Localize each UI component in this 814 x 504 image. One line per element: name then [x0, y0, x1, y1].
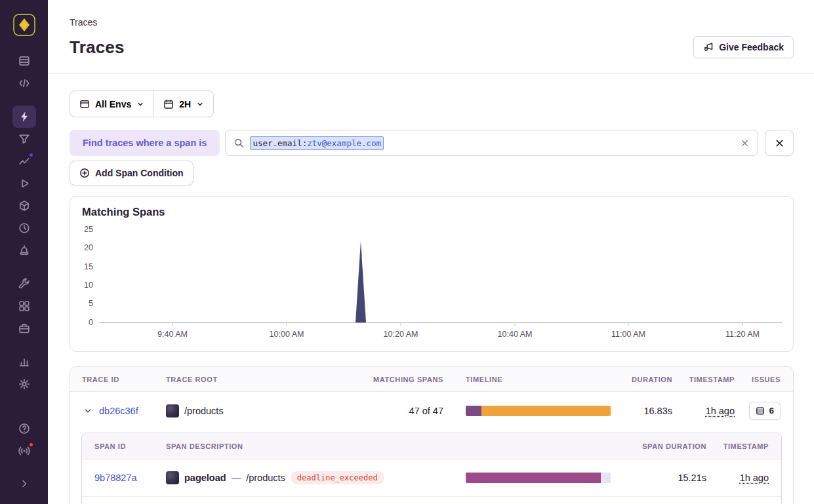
x-axis-tick: 10:40 AM — [494, 330, 536, 339]
x-axis-tick: 11:00 AM — [607, 330, 649, 339]
time-range-filter-button[interactable]: 2H — [153, 90, 214, 117]
trace-root-value: /products — [184, 406, 224, 416]
sidebar-item-replays[interactable] — [12, 172, 36, 195]
window-icon — [79, 99, 90, 109]
span-separator: — — [232, 473, 241, 483]
page-header: Traces Traces Give Feedback — [48, 0, 814, 74]
insights-notification-dot — [28, 152, 34, 158]
search-token[interactable]: user.email:ztv@example.com — [250, 136, 384, 150]
bar-chart-icon — [18, 356, 30, 368]
briefcase-icon — [18, 322, 30, 334]
sidebar-item-alerts[interactable] — [12, 239, 36, 262]
sidebar-item-explore[interactable] — [12, 72, 36, 94]
sidebar-item-help[interactable] — [12, 417, 36, 440]
sidebar-item-traces[interactable] — [12, 106, 36, 128]
sidebar-item-feature-flags[interactable] — [12, 195, 36, 217]
sidebar-item-settings[interactable] — [12, 373, 36, 395]
sidebar — [0, 0, 48, 504]
clear-icon — [740, 138, 750, 148]
y-axis-tick: 15 — [73, 262, 93, 271]
span-query-row: Find traces where a span is user.email:z… — [70, 130, 794, 156]
sidebar-item-insights[interactable] — [12, 150, 36, 172]
breadcrumb[interactable]: Traces — [70, 17, 97, 28]
environment-filter-button[interactable]: All Envs — [70, 90, 154, 117]
gear-icon — [18, 378, 30, 390]
time-range-filter-label: 2H — [179, 99, 191, 109]
search-token-key: user.email: — [253, 138, 307, 148]
sidebar-item-projects[interactable] — [12, 317, 36, 339]
give-feedback-button[interactable]: Give Feedback — [693, 36, 794, 58]
trace-issues-count: 6 — [769, 406, 774, 416]
clock-icon — [18, 222, 30, 234]
chart-title: Matching Spans — [82, 206, 165, 218]
sidebar-item-crons[interactable] — [12, 217, 36, 239]
close-icon — [775, 138, 784, 148]
column-header-timestamp: Timestamp — [689, 376, 735, 383]
chart-plot-area[interactable] — [99, 223, 784, 326]
column-header-trace-root: Trace Root — [166, 376, 365, 383]
add-span-condition-button[interactable]: Add Span Condition — [70, 161, 193, 185]
chevron-right-icon — [19, 478, 30, 489]
column-header-matching-spans: Matching Spans — [373, 376, 443, 383]
trace-issues-button[interactable]: 6 — [749, 402, 781, 420]
remove-span-condition-button[interactable] — [765, 130, 794, 156]
span-description: /products — [246, 473, 285, 483]
whats-new-notification-dot — [28, 442, 34, 448]
help-icon — [18, 423, 30, 435]
clear-search-button[interactable] — [740, 138, 750, 148]
chevron-down-icon — [136, 100, 144, 108]
span-timestamp-value: 1h ago — [740, 473, 769, 483]
page-title: Traces — [70, 37, 125, 58]
column-header-span-description: Span Description — [166, 442, 466, 450]
sidebar-item-whats-new[interactable] — [12, 440, 36, 462]
timeline-segment-magenta — [466, 473, 601, 483]
span-sub-table: Span ID Span Description Span Duration T… — [81, 433, 782, 504]
siren-icon — [18, 244, 30, 256]
traces-table-header: Trace ID Trace Root Matching Spans Timel… — [70, 367, 793, 392]
trace-timeline-bar — [466, 406, 611, 416]
trace-duration-value: 16.83s — [643, 406, 672, 416]
y-axis-tick: 0 — [73, 318, 93, 327]
span-duration-value: 15.21s — [678, 473, 706, 483]
expand-sidebar-button[interactable] — [12, 473, 36, 495]
span-search-input[interactable]: user.email:ztv@example.com — [225, 130, 758, 156]
x-axis-tick: 10:20 AM — [380, 330, 422, 339]
column-header-issues: Issues — [752, 376, 781, 383]
y-axis-tick: 25 — [73, 225, 93, 234]
column-header-span-duration: Span Duration — [642, 442, 706, 450]
span-id-link[interactable]: 9b78827a — [94, 473, 166, 483]
environment-filter-label: All Envs — [95, 99, 131, 109]
cube-icon — [18, 200, 30, 212]
megaphone-icon — [703, 42, 714, 52]
main-content: Traces Traces Give Feedback All Envs — [48, 0, 814, 504]
matching-spans-value: 47 of 47 — [409, 406, 443, 416]
sentry-logo[interactable] — [12, 13, 36, 37]
y-axis-tick: 20 — [73, 243, 93, 252]
x-axis-tick: 11:20 AM — [722, 330, 763, 339]
collapse-trace-button[interactable] — [82, 405, 94, 417]
sidebar-item-issues[interactable] — [12, 50, 36, 72]
span-table-header: Span ID Span Description Span Duration T… — [82, 433, 781, 459]
x-axis-tick: 10:00 AM — [266, 330, 308, 339]
column-header-span-timestamp: Timestamp — [723, 442, 769, 450]
insights-chart-icon — [18, 155, 30, 167]
span-op: pageload — [184, 473, 226, 483]
sidebar-item-funnel[interactable] — [12, 128, 36, 150]
chevron-down-icon — [83, 406, 92, 416]
plus-circle-icon — [79, 168, 90, 178]
trace-row: db26c36f /products 47 of 47 16.83s 1h ag… — [70, 392, 793, 429]
page-filter-group: All Envs 2H — [70, 90, 214, 117]
issues-small-icon — [756, 406, 765, 416]
matching-spans-chart-card: Matching Spans 25 20 15 10 5 0 9:40 AM 1… — [70, 196, 794, 352]
project-avatar — [166, 471, 179, 484]
sidebar-item-toolbox[interactable] — [12, 273, 36, 295]
chart-spike-series — [356, 241, 366, 322]
span-row: 9b78827a pageload — /products deadline_e… — [82, 459, 781, 496]
traces-table: Trace ID Trace Root Matching Spans Timel… — [70, 366, 794, 504]
sidebar-item-stats[interactable] — [12, 351, 36, 373]
column-header-trace-id: Trace ID — [82, 376, 166, 383]
column-header-timeline: Timeline — [443, 376, 626, 383]
sidebar-item-dashboards[interactable] — [12, 295, 36, 317]
trace-id-link[interactable]: db26c36f — [99, 406, 138, 416]
timeline-segment-purple — [466, 406, 481, 416]
